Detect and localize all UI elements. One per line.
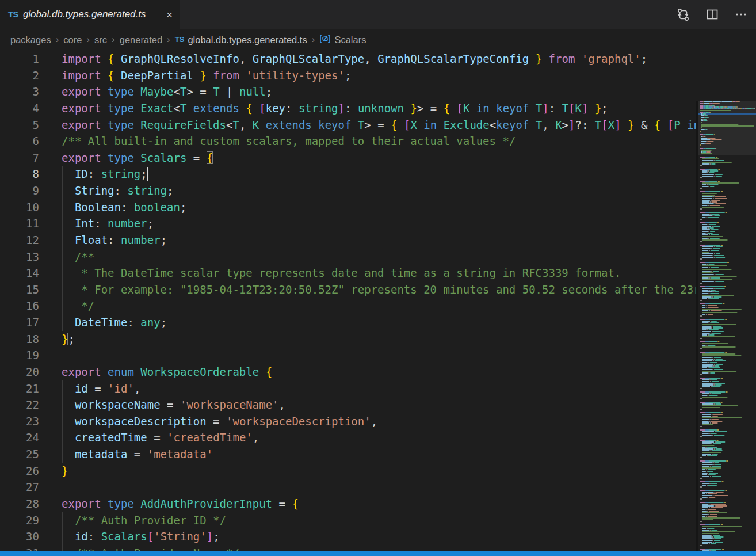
code-line[interactable]: 28export type AddAuthProviderInput = { [0,496,697,512]
code-lines: 1import { GraphQLResolveInfo, GraphQLSca… [0,51,697,551]
code-line[interactable]: 11 Int: number; [0,215,697,232]
code-line[interactable]: 23 workspaceDescription = 'workspaceDesc… [0,413,697,430]
code-text: id = 'id', [62,380,140,397]
code-text: String: string; [62,182,174,199]
line-number[interactable]: 9 [0,182,51,199]
minimap[interactable] [696,101,756,551]
line-number[interactable]: 24 [0,429,51,446]
line-number[interactable]: 27 [0,479,51,496]
line-number[interactable]: 16 [0,298,51,314]
breadcrumb: packages › core › src › generated › TS g… [0,29,756,51]
line-number[interactable]: 2 [0,67,51,84]
line-number[interactable]: 14 [0,265,51,281]
line-number[interactable]: 23 [0,413,51,430]
line-number[interactable]: 17 [0,314,51,331]
code-text: import { GraphQLResolveInfo, GraphQLScal… [62,51,647,67]
line-number[interactable]: 13 [0,249,51,265]
line-number[interactable]: 11 [0,215,51,232]
line-number[interactable]: 29 [0,512,51,529]
line-number[interactable]: 15 [0,281,51,298]
tab-global-db-types[interactable]: TS global.db.types.generated.ts × [0,0,180,29]
line-number[interactable]: 26 [0,463,51,479]
code-line[interactable]: 13 /** [0,249,697,265]
line-number[interactable]: 25 [0,446,51,463]
code-line[interactable]: 20export enum WorkspaceOrderable { [0,364,697,380]
line-number[interactable]: 8 [0,166,51,182]
code-text: export enum WorkspaceOrderable { [62,364,272,380]
chevron-right-icon: › [312,34,315,45]
more-actions-icon[interactable] [734,7,748,21]
breadcrumb-generated[interactable]: generated [120,35,162,45]
typescript-file-icon: TS [8,10,18,18]
line-number[interactable]: 6 [0,133,51,150]
line-number[interactable]: 3 [0,83,51,100]
code-line[interactable]: 5export type RequireFields<T, K extends … [0,117,697,134]
line-number[interactable]: 18 [0,331,51,348]
line-number[interactable]: 4 [0,100,51,117]
code-line[interactable]: 7export type Scalars = { [0,150,697,166]
line-number[interactable]: 10 [0,199,51,216]
line-number[interactable]: 1 [0,51,51,67]
code-text: /** Auth Provider Name */ [62,545,239,551]
code-line[interactable]: 22 workspaceName = 'workspaceName', [0,397,697,413]
code-text: Boolean: boolean; [62,199,186,216]
line-number[interactable]: 28 [0,496,51,512]
split-editor-icon[interactable] [705,7,719,21]
code-line[interactable]: 17 DateTime: any; [0,314,697,331]
breadcrumb-core[interactable]: core [63,35,82,45]
line-number[interactable]: 5 [0,117,51,134]
breadcrumb-filename[interactable]: TS global.db.types.generated.ts [175,35,307,45]
code-text: createdTime = 'createdTime', [62,429,259,446]
code-line[interactable]: 1import { GraphQLResolveInfo, GraphQLSca… [0,51,697,67]
code-text: export type RequireFields<T, K extends k… [62,117,697,134]
line-number[interactable]: 31 [0,545,51,551]
code-text: Float: number; [62,232,167,249]
breadcrumb-src[interactable]: src [94,35,107,45]
code-line[interactable]: 10 Boolean: boolean; [0,199,697,216]
symbol-type-icon [319,34,331,46]
code-line[interactable]: 2import { DeepPartial } from 'utility-ty… [0,67,697,84]
code-line[interactable]: 18}; [0,331,697,348]
code-line[interactable]: 31 /** Auth Provider Name */ [0,545,697,551]
chevron-right-icon: › [167,34,170,45]
line-number[interactable]: 20 [0,364,51,380]
code-text: DateTime: any; [62,314,167,331]
code-line[interactable]: 25 metadata = 'metadata' [0,446,697,463]
code-line[interactable]: 27 [0,479,697,496]
breadcrumb-symbol-scalars[interactable]: Scalars [319,34,366,46]
line-number[interactable]: 21 [0,380,51,397]
editor-actions [676,0,751,29]
code-line[interactable]: 4export type Exact<T extends { [key: str… [0,100,697,117]
code-editor[interactable]: 1import { GraphQLResolveInfo, GraphQLSca… [0,51,756,551]
code-line[interactable]: 24 createdTime = 'createdTime', [0,429,697,446]
line-number[interactable]: 22 [0,397,51,413]
code-text: export type Scalars = { [62,150,213,166]
chevron-right-icon: › [86,34,90,45]
code-text: workspaceDescription = 'workspaceDescrip… [62,413,377,430]
chevron-right-icon: › [56,34,59,45]
code-line[interactable]: 19 [0,347,697,364]
line-number[interactable]: 7 [0,150,51,166]
code-line[interactable]: 6/** All built-in and custom scalars, ma… [0,133,697,150]
code-line[interactable]: 15 * For example: "1985-04-12T23:20:50.5… [0,281,697,298]
line-number[interactable]: 30 [0,528,51,545]
open-changes-icon[interactable] [676,7,690,22]
code-line[interactable]: 12 Float: number; [0,232,697,249]
code-line[interactable]: 16 */ [0,298,697,314]
breadcrumb-packages[interactable]: packages [10,35,51,45]
code-text: }; [62,331,75,348]
line-number[interactable]: 12 [0,232,51,249]
code-line[interactable]: 8 ID: string; [0,166,697,182]
close-icon[interactable]: × [166,9,173,20]
code-text: /** All built-in and custom scalars, map… [62,133,516,150]
code-text: export type AddAuthProviderInput = { [62,496,299,512]
code-line[interactable]: 21 id = 'id', [0,380,697,397]
code-line[interactable]: 9 String: string; [0,182,697,199]
chevron-right-icon: › [112,34,115,45]
code-line[interactable]: 14 * The DateTime scalar type represents… [0,265,697,281]
code-line[interactable]: 30 id: Scalars['String']; [0,528,697,545]
code-line[interactable]: 29 /** Auth Provider ID */ [0,512,697,529]
code-line[interactable]: 3export type Maybe<T> = T | null; [0,83,697,100]
code-line[interactable]: 26} [0,463,697,479]
line-number[interactable]: 19 [0,347,51,364]
